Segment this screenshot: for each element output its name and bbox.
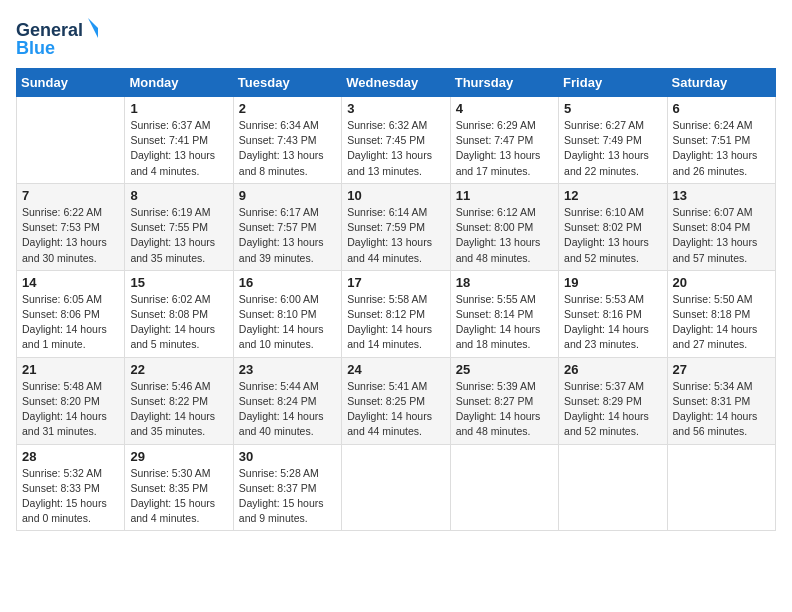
day-number: 28 <box>22 449 119 464</box>
calendar-cell: 11Sunrise: 6:12 AMSunset: 8:00 PMDayligh… <box>450 183 558 270</box>
day-number: 23 <box>239 362 336 377</box>
calendar-cell: 28Sunrise: 5:32 AMSunset: 8:33 PMDayligh… <box>17 444 125 531</box>
calendar-cell <box>17 97 125 184</box>
day-number: 30 <box>239 449 336 464</box>
day-number: 4 <box>456 101 553 116</box>
day-number: 16 <box>239 275 336 290</box>
day-number: 13 <box>673 188 770 203</box>
day-info: Sunrise: 6:24 AMSunset: 7:51 PMDaylight:… <box>673 118 770 179</box>
day-info: Sunrise: 6:22 AMSunset: 7:53 PMDaylight:… <box>22 205 119 266</box>
day-info: Sunrise: 5:55 AMSunset: 8:14 PMDaylight:… <box>456 292 553 353</box>
day-number: 1 <box>130 101 227 116</box>
svg-text:General: General <box>16 20 83 40</box>
weekday-header: Sunday <box>17 69 125 97</box>
day-info: Sunrise: 6:19 AMSunset: 7:55 PMDaylight:… <box>130 205 227 266</box>
day-number: 6 <box>673 101 770 116</box>
day-info: Sunrise: 5:48 AMSunset: 8:20 PMDaylight:… <box>22 379 119 440</box>
day-info: Sunrise: 6:32 AMSunset: 7:45 PMDaylight:… <box>347 118 444 179</box>
day-number: 17 <box>347 275 444 290</box>
day-number: 27 <box>673 362 770 377</box>
weekday-header: Wednesday <box>342 69 450 97</box>
day-number: 24 <box>347 362 444 377</box>
day-info: Sunrise: 6:02 AMSunset: 8:08 PMDaylight:… <box>130 292 227 353</box>
calendar-cell <box>559 444 667 531</box>
svg-text:Blue: Blue <box>16 38 55 58</box>
day-number: 2 <box>239 101 336 116</box>
day-info: Sunrise: 6:12 AMSunset: 8:00 PMDaylight:… <box>456 205 553 266</box>
calendar-cell: 6Sunrise: 6:24 AMSunset: 7:51 PMDaylight… <box>667 97 775 184</box>
calendar-cell: 27Sunrise: 5:34 AMSunset: 8:31 PMDayligh… <box>667 357 775 444</box>
day-number: 14 <box>22 275 119 290</box>
calendar-cell: 24Sunrise: 5:41 AMSunset: 8:25 PMDayligh… <box>342 357 450 444</box>
calendar-cell <box>667 444 775 531</box>
day-number: 26 <box>564 362 661 377</box>
calendar-cell: 15Sunrise: 6:02 AMSunset: 8:08 PMDayligh… <box>125 270 233 357</box>
calendar-week-row: 1Sunrise: 6:37 AMSunset: 7:41 PMDaylight… <box>17 97 776 184</box>
day-number: 21 <box>22 362 119 377</box>
day-number: 9 <box>239 188 336 203</box>
calendar-cell: 4Sunrise: 6:29 AMSunset: 7:47 PMDaylight… <box>450 97 558 184</box>
logo-svg: GeneralBlue <box>16 16 106 60</box>
calendar-cell: 5Sunrise: 6:27 AMSunset: 7:49 PMDaylight… <box>559 97 667 184</box>
calendar-week-row: 28Sunrise: 5:32 AMSunset: 8:33 PMDayligh… <box>17 444 776 531</box>
calendar-cell: 23Sunrise: 5:44 AMSunset: 8:24 PMDayligh… <box>233 357 341 444</box>
day-info: Sunrise: 5:37 AMSunset: 8:29 PMDaylight:… <box>564 379 661 440</box>
day-info: Sunrise: 5:53 AMSunset: 8:16 PMDaylight:… <box>564 292 661 353</box>
calendar-cell: 16Sunrise: 6:00 AMSunset: 8:10 PMDayligh… <box>233 270 341 357</box>
day-number: 11 <box>456 188 553 203</box>
day-info: Sunrise: 5:30 AMSunset: 8:35 PMDaylight:… <box>130 466 227 527</box>
weekday-header: Thursday <box>450 69 558 97</box>
weekday-header: Saturday <box>667 69 775 97</box>
calendar-cell: 20Sunrise: 5:50 AMSunset: 8:18 PMDayligh… <box>667 270 775 357</box>
calendar-header-row: SundayMondayTuesdayWednesdayThursdayFrid… <box>17 69 776 97</box>
day-info: Sunrise: 6:37 AMSunset: 7:41 PMDaylight:… <box>130 118 227 179</box>
day-number: 10 <box>347 188 444 203</box>
day-info: Sunrise: 6:14 AMSunset: 7:59 PMDaylight:… <box>347 205 444 266</box>
day-number: 20 <box>673 275 770 290</box>
day-info: Sunrise: 6:29 AMSunset: 7:47 PMDaylight:… <box>456 118 553 179</box>
day-info: Sunrise: 6:07 AMSunset: 8:04 PMDaylight:… <box>673 205 770 266</box>
day-number: 8 <box>130 188 227 203</box>
day-info: Sunrise: 5:41 AMSunset: 8:25 PMDaylight:… <box>347 379 444 440</box>
day-info: Sunrise: 5:28 AMSunset: 8:37 PMDaylight:… <box>239 466 336 527</box>
calendar-cell: 1Sunrise: 6:37 AMSunset: 7:41 PMDaylight… <box>125 97 233 184</box>
day-info: Sunrise: 6:34 AMSunset: 7:43 PMDaylight:… <box>239 118 336 179</box>
calendar-table: SundayMondayTuesdayWednesdayThursdayFrid… <box>16 68 776 531</box>
weekday-header: Monday <box>125 69 233 97</box>
calendar-week-row: 14Sunrise: 6:05 AMSunset: 8:06 PMDayligh… <box>17 270 776 357</box>
day-info: Sunrise: 6:00 AMSunset: 8:10 PMDaylight:… <box>239 292 336 353</box>
day-info: Sunrise: 6:17 AMSunset: 7:57 PMDaylight:… <box>239 205 336 266</box>
day-number: 5 <box>564 101 661 116</box>
calendar-cell: 26Sunrise: 5:37 AMSunset: 8:29 PMDayligh… <box>559 357 667 444</box>
weekday-header: Friday <box>559 69 667 97</box>
calendar-cell: 13Sunrise: 6:07 AMSunset: 8:04 PMDayligh… <box>667 183 775 270</box>
day-info: Sunrise: 5:39 AMSunset: 8:27 PMDaylight:… <box>456 379 553 440</box>
calendar-cell: 8Sunrise: 6:19 AMSunset: 7:55 PMDaylight… <box>125 183 233 270</box>
day-number: 25 <box>456 362 553 377</box>
day-info: Sunrise: 5:46 AMSunset: 8:22 PMDaylight:… <box>130 379 227 440</box>
day-info: Sunrise: 5:58 AMSunset: 8:12 PMDaylight:… <box>347 292 444 353</box>
calendar-week-row: 7Sunrise: 6:22 AMSunset: 7:53 PMDaylight… <box>17 183 776 270</box>
calendar-cell: 18Sunrise: 5:55 AMSunset: 8:14 PMDayligh… <box>450 270 558 357</box>
weekday-header: Tuesday <box>233 69 341 97</box>
day-info: Sunrise: 5:44 AMSunset: 8:24 PMDaylight:… <box>239 379 336 440</box>
calendar-cell: 29Sunrise: 5:30 AMSunset: 8:35 PMDayligh… <box>125 444 233 531</box>
day-info: Sunrise: 6:27 AMSunset: 7:49 PMDaylight:… <box>564 118 661 179</box>
calendar-cell: 2Sunrise: 6:34 AMSunset: 7:43 PMDaylight… <box>233 97 341 184</box>
calendar-cell: 9Sunrise: 6:17 AMSunset: 7:57 PMDaylight… <box>233 183 341 270</box>
calendar-cell <box>450 444 558 531</box>
day-number: 12 <box>564 188 661 203</box>
svg-marker-1 <box>88 18 98 38</box>
day-info: Sunrise: 5:34 AMSunset: 8:31 PMDaylight:… <box>673 379 770 440</box>
day-info: Sunrise: 6:05 AMSunset: 8:06 PMDaylight:… <box>22 292 119 353</box>
calendar-cell: 14Sunrise: 6:05 AMSunset: 8:06 PMDayligh… <box>17 270 125 357</box>
calendar-cell: 7Sunrise: 6:22 AMSunset: 7:53 PMDaylight… <box>17 183 125 270</box>
calendar-week-row: 21Sunrise: 5:48 AMSunset: 8:20 PMDayligh… <box>17 357 776 444</box>
calendar-cell: 10Sunrise: 6:14 AMSunset: 7:59 PMDayligh… <box>342 183 450 270</box>
day-number: 29 <box>130 449 227 464</box>
calendar-cell <box>342 444 450 531</box>
logo: GeneralBlue <box>16 16 106 60</box>
day-info: Sunrise: 6:10 AMSunset: 8:02 PMDaylight:… <box>564 205 661 266</box>
day-number: 3 <box>347 101 444 116</box>
calendar-cell: 30Sunrise: 5:28 AMSunset: 8:37 PMDayligh… <box>233 444 341 531</box>
